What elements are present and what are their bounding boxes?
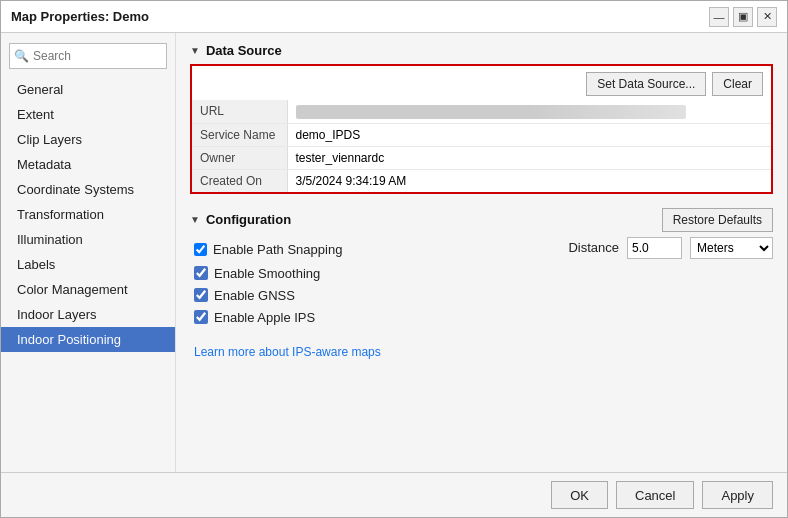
search-icon: 🔍 <box>14 49 29 63</box>
enable-smoothing-row: Enable Smoothing <box>190 266 773 281</box>
data-source-chevron[interactable]: ▼ <box>190 45 200 56</box>
main-content: ▼ Data Source Set Data Source... Clear U… <box>176 33 787 472</box>
window-controls: — ▣ ✕ <box>709 7 777 27</box>
distance-label: Distance <box>568 240 619 255</box>
created-on-value: 3/5/2024 9:34:19 AM <box>287 169 771 192</box>
configuration-section: ▼ Configuration Restore Defaults Enable … <box>190 208 773 359</box>
data-source-title: Data Source <box>206 43 282 58</box>
path-snapping-left: Enable Path Snapping <box>194 242 342 257</box>
enable-smoothing-checkbox[interactable] <box>194 266 208 280</box>
dialog-footer: OK Cancel Apply <box>1 472 787 517</box>
data-source-section: ▼ Data Source Set Data Source... Clear U… <box>190 43 773 194</box>
sidebar-item-metadata[interactable]: Metadata <box>1 152 175 177</box>
sidebar: 🔍 ▽ General Extent Clip Layers Metadata … <box>1 33 176 472</box>
clear-button[interactable]: Clear <box>712 72 763 96</box>
owner-label: Owner <box>192 146 287 169</box>
table-row: Service Name demo_IPDS <box>192 123 771 146</box>
enable-apple-ips-checkbox[interactable] <box>194 310 208 324</box>
enable-apple-ips-row: Enable Apple IPS <box>190 310 773 325</box>
distance-input[interactable] <box>627 237 682 259</box>
config-header-left: ▼ Configuration <box>190 212 291 227</box>
sidebar-item-general[interactable]: General <box>1 77 175 102</box>
sidebar-item-labels[interactable]: Labels <box>1 252 175 277</box>
enable-apple-ips-label: Enable Apple IPS <box>214 310 315 325</box>
enable-path-snapping-checkbox[interactable] <box>194 243 207 256</box>
data-source-actions: Set Data Source... Clear <box>192 66 771 100</box>
sidebar-item-illumination[interactable]: Illumination <box>1 227 175 252</box>
unit-select[interactable]: Meters Feet Kilometers <box>690 237 773 259</box>
owner-value: tester_viennardc <box>287 146 771 169</box>
config-chevron[interactable]: ▼ <box>190 214 200 225</box>
table-row: Created On 3/5/2024 9:34:19 AM <box>192 169 771 192</box>
enable-gnss-label: Enable GNSS <box>214 288 295 303</box>
restore-defaults-button[interactable]: Restore Defaults <box>662 208 773 232</box>
enable-path-snapping-row: Enable Path Snapping Distance Meters Fee… <box>190 240 773 259</box>
ips-aware-maps-link[interactable]: Learn more about IPS-aware maps <box>190 345 773 359</box>
dialog-body: 🔍 ▽ General Extent Clip Layers Metadata … <box>1 33 787 472</box>
service-name-label: Service Name <box>192 123 287 146</box>
data-source-header: ▼ Data Source <box>190 43 773 58</box>
enable-gnss-checkbox[interactable] <box>194 288 208 302</box>
enable-gnss-row: Enable GNSS <box>190 288 773 303</box>
apply-button[interactable]: Apply <box>702 481 773 509</box>
dialog-title: Map Properties: Demo <box>11 9 149 24</box>
created-on-label: Created On <box>192 169 287 192</box>
data-source-table: URL Service Name demo_IPDS Owner tester_… <box>192 100 771 192</box>
table-row: URL <box>192 100 771 123</box>
service-name-value: demo_IPDS <box>287 123 771 146</box>
config-header-row: ▼ Configuration Restore Defaults <box>190 208 773 232</box>
sidebar-item-transformation[interactable]: Transformation <box>1 202 175 227</box>
cancel-button[interactable]: Cancel <box>616 481 694 509</box>
search-input[interactable] <box>33 49 183 63</box>
sidebar-item-clip-layers[interactable]: Clip Layers <box>1 127 175 152</box>
title-bar: Map Properties: Demo — ▣ ✕ <box>1 1 787 33</box>
map-properties-dialog: Map Properties: Demo — ▣ ✕ 🔍 ▽ General E… <box>0 0 788 518</box>
url-label: URL <box>192 100 287 123</box>
set-data-source-button[interactable]: Set Data Source... <box>586 72 706 96</box>
close-button[interactable]: ✕ <box>757 7 777 27</box>
table-row: Owner tester_viennardc <box>192 146 771 169</box>
url-bar <box>296 105 686 119</box>
config-title: Configuration <box>206 212 291 227</box>
enable-smoothing-label: Enable Smoothing <box>214 266 320 281</box>
search-box[interactable]: 🔍 ▽ <box>9 43 167 69</box>
enable-path-snapping-label: Enable Path Snapping <box>213 242 342 257</box>
url-value <box>287 100 771 123</box>
sidebar-item-indoor-layers[interactable]: Indoor Layers <box>1 302 175 327</box>
maximize-button[interactable]: ▣ <box>733 7 753 27</box>
distance-row: Distance Meters Feet Kilometers <box>568 237 773 259</box>
data-source-box: Set Data Source... Clear URL Service Nam… <box>190 64 773 194</box>
sidebar-item-color-management[interactable]: Color Management <box>1 277 175 302</box>
minimize-button[interactable]: — <box>709 7 729 27</box>
sidebar-item-indoor-positioning[interactable]: Indoor Positioning <box>1 327 175 352</box>
ok-button[interactable]: OK <box>551 481 608 509</box>
sidebar-item-coordinate-systems[interactable]: Coordinate Systems <box>1 177 175 202</box>
sidebar-item-extent[interactable]: Extent <box>1 102 175 127</box>
